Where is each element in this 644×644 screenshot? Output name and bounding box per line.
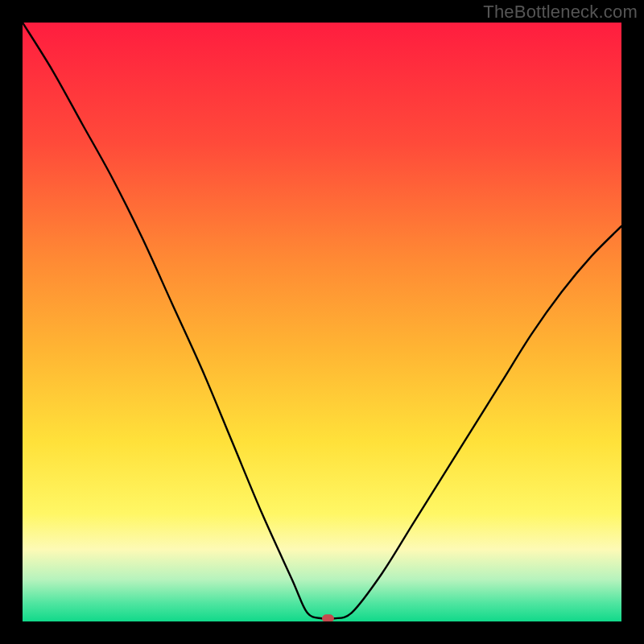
optimal-marker (322, 615, 333, 621)
plot-area (23, 23, 621, 621)
heat-background (23, 23, 621, 621)
chart-frame: TheBottleneck.com (0, 0, 644, 644)
chart-svg (23, 23, 621, 621)
watermark-text: TheBottleneck.com (483, 2, 638, 23)
